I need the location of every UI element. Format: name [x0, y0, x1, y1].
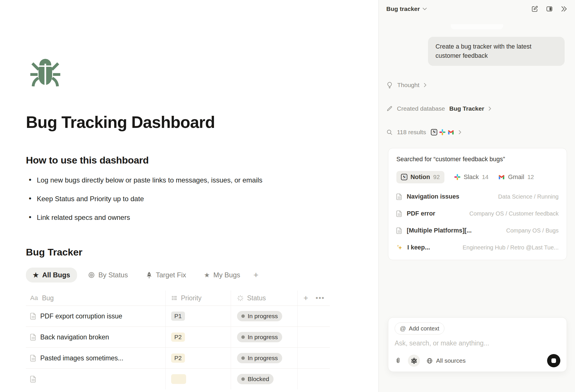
star-icon: ★	[33, 272, 39, 278]
add-view-button[interactable]: +	[251, 270, 261, 280]
chevron-right-icon	[488, 106, 491, 111]
bug-table: Aa Bug Priority	[26, 291, 330, 389]
created-database-name: Bug Tracker	[449, 105, 484, 112]
source-tab-gmail[interactable]: Gmail 12	[498, 174, 534, 181]
tab-target-fix[interactable]: Target Fix	[139, 268, 193, 283]
bug-tracker-heading: Bug Tracker	[26, 247, 322, 258]
target-icon	[88, 272, 95, 278]
bug-icon	[26, 54, 65, 89]
search-icon	[386, 129, 393, 135]
status-dot	[241, 335, 245, 339]
star-icon: ★	[204, 272, 210, 278]
globe-icon	[426, 358, 433, 364]
openai-icon	[410, 357, 418, 364]
document-page: Bug Tracking Dashboard How to use this d…	[0, 0, 379, 392]
status-pill[interactable]: In progress	[237, 353, 282, 363]
status-dot	[241, 377, 245, 381]
priority-chip[interactable]: P2	[171, 333, 185, 342]
howto-bullet: Link related specs and owners	[26, 213, 322, 222]
table-row[interactable]: Back navigation broken P2 In progress	[26, 326, 330, 347]
view-tabs: ★ All Bugs By Status Target Fix	[26, 268, 322, 283]
slack-icon	[439, 129, 446, 135]
priority-chip[interactable]: P2	[171, 353, 185, 363]
all-sources-selector[interactable]: All sources	[426, 357, 466, 364]
panel-title[interactable]: Bug tracker	[386, 5, 420, 12]
table-row[interactable]: PDF export corruption issue P1 In progre…	[26, 305, 330, 326]
tab-by-status[interactable]: By Status	[81, 268, 135, 283]
stop-icon	[551, 358, 556, 363]
table-options-button[interactable]: •••	[316, 294, 324, 302]
status-pill[interactable]: In progress	[237, 332, 282, 342]
previous-message-bubble	[451, 24, 503, 29]
toggle-panel-icon[interactable]	[546, 5, 553, 12]
table-header-row: Aa Bug Priority	[26, 291, 330, 305]
gmail-icon	[448, 130, 454, 135]
rocket-icon	[146, 272, 152, 279]
result-item[interactable]: I keep... Engineering Hub / Retro @Last …	[396, 244, 559, 251]
column-header-priority[interactable]: Priority	[166, 291, 231, 305]
howto-list: Log new bugs directly below or paste lin…	[26, 176, 322, 222]
source-tabs: N Notion 92 Slack 14	[396, 171, 559, 183]
notion-icon: N	[401, 174, 407, 180]
table-row[interactable]: Blocked	[26, 368, 330, 389]
panel-header: Bug tracker	[379, 0, 575, 18]
created-database-step[interactable]: Created database Bug Tracker	[386, 104, 568, 113]
howto-bullet: Keep Status and Priority up to date	[26, 194, 322, 203]
add-column-button[interactable]: +	[303, 293, 308, 303]
page-icon	[396, 210, 402, 217]
priority-chip[interactable]	[171, 374, 186, 384]
search-results-card: Searched for “customer feedback bugs” N …	[388, 148, 567, 260]
at-icon: @	[400, 325, 406, 332]
column-header-bug[interactable]: Aa Bug	[26, 291, 166, 305]
chevron-right-icon	[424, 83, 427, 87]
page-title: Bug Tracking Dashboard	[26, 113, 322, 132]
status-dot	[241, 314, 245, 318]
chevron-down-icon[interactable]	[423, 7, 427, 10]
result-item[interactable]: [Multiple Platforms][... Company OS / Bu…	[396, 227, 559, 234]
composer-input[interactable]: Ask, search, or make anything...	[395, 339, 560, 347]
list-icon	[171, 295, 177, 301]
priority-chip[interactable]: P1	[171, 312, 185, 321]
tab-all-bugs[interactable]: ★ All Bugs	[26, 268, 77, 283]
bug-title: PDF export corruption issue	[40, 312, 122, 320]
table-row[interactable]: Pasted images sometimes... P2 In progres…	[26, 347, 330, 368]
page-icon	[396, 227, 402, 234]
status-spinner-icon	[237, 295, 244, 301]
bug-title: Back navigation broken	[40, 333, 109, 341]
search-results-step[interactable]: 118 results N	[386, 128, 568, 137]
status-pill[interactable]: Blocked	[237, 374, 274, 384]
result-item[interactable]: Navigation issues Data Science / Running	[396, 193, 559, 200]
model-selector[interactable]	[408, 355, 420, 367]
compose-icon[interactable]	[531, 5, 538, 12]
page-icon	[30, 313, 36, 320]
collapse-panel-icon[interactable]	[561, 6, 568, 12]
sparkles-icon	[396, 244, 403, 251]
page-icon	[30, 355, 36, 362]
status-pill[interactable]: In progress	[237, 311, 282, 321]
source-tab-notion[interactable]: N Notion 92	[396, 171, 444, 183]
chat-composer[interactable]: @ Add context Ask, search, or make anyth…	[388, 317, 567, 372]
gmail-icon	[498, 174, 505, 180]
search-card-title: Searched for “customer feedback bugs”	[396, 156, 559, 163]
howto-heading: How to use this dashboard	[26, 155, 322, 166]
notion-icon: N	[431, 129, 437, 135]
lightbulb-icon	[386, 82, 393, 89]
page-icon	[30, 376, 36, 383]
thought-step[interactable]: Thought	[386, 81, 568, 89]
page-icon	[396, 193, 402, 200]
text-type-icon: Aa	[30, 294, 38, 302]
chat-thread: Create a bug tracker with the latest cus…	[379, 18, 575, 392]
attachment-icon[interactable]	[395, 357, 402, 364]
status-dot	[241, 356, 245, 360]
pencil-icon	[386, 105, 393, 112]
user-message-bubble: Create a bug tracker with the latest cus…	[428, 37, 565, 66]
tab-my-bugs[interactable]: ★ My Bugs	[197, 268, 247, 283]
column-header-status[interactable]: Status	[231, 291, 298, 305]
add-context-button[interactable]: @ Add context	[395, 322, 444, 335]
page-icon	[30, 334, 36, 341]
howto-bullet: Log new bugs directly below or paste lin…	[26, 176, 322, 185]
chevron-right-icon	[459, 130, 461, 134]
result-item[interactable]: PDF error Company OS / Customer feedback	[396, 210, 559, 217]
source-tab-slack[interactable]: Slack 14	[454, 174, 488, 181]
stop-button[interactable]	[547, 354, 560, 367]
